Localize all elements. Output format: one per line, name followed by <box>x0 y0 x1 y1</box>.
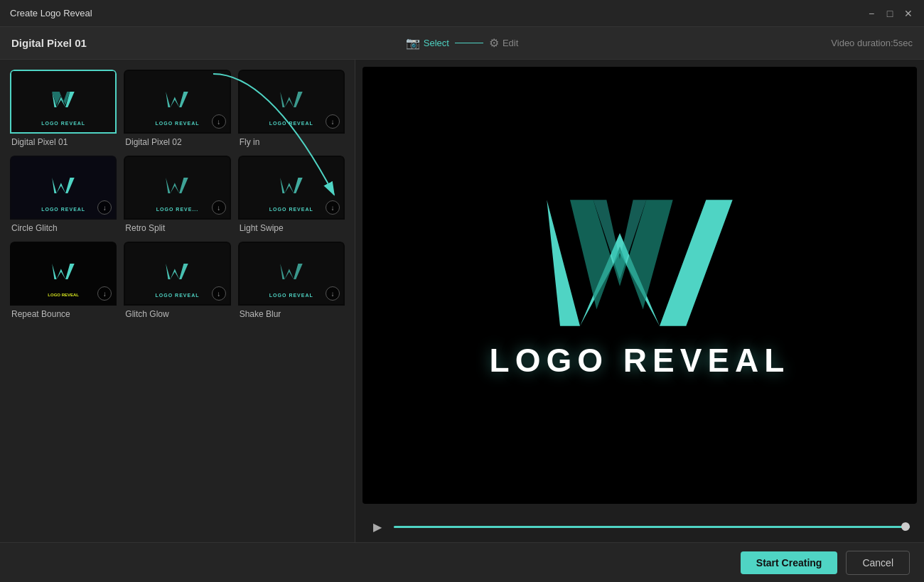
template-item-repeat-bounce[interactable]: LOGO REVEAL ↓ Repeat Bounce <box>10 242 117 320</box>
step-edit-label: Edit <box>503 38 518 48</box>
template-label-repeat-bounce: Repeat Bounce <box>10 306 117 320</box>
template-thumb-digital-pixel-01: LOGO REVEAL <box>10 70 117 134</box>
thumb-text: LOGO REVEAL <box>48 293 79 297</box>
template-label-circle-glitch: Circle Glitch <box>10 220 117 235</box>
template-item-digital-pixel-02[interactable]: LOGO REVEAL ↓ Digital Pixel 02 <box>124 70 230 149</box>
svg-marker-9 <box>280 264 302 279</box>
template-item-circle-glitch[interactable]: LOGO REVEAL ↓ Circle Glitch <box>10 156 117 235</box>
thumb-logo <box>240 250 343 293</box>
step-select-label: Select <box>424 38 449 48</box>
cancel-button[interactable]: Cancel <box>846 551 910 575</box>
close-button[interactable]: ✕ <box>903 8 914 19</box>
svg-marker-7 <box>52 264 74 279</box>
svg-marker-4 <box>52 178 74 193</box>
progress-handle[interactable] <box>901 522 910 531</box>
template-item-fly-in[interactable]: LOGO REVEAL ↓ Fly in <box>238 70 345 149</box>
template-thumb-repeat-bounce: LOGO REVEAL ↓ <box>10 242 117 306</box>
bottom-bar: Start Creating Cancel <box>0 542 924 582</box>
template-thumb-digital-pixel-02: LOGO REVEAL ↓ <box>124 70 230 134</box>
template-label-glitch-glow: Glitch Glow <box>124 306 230 320</box>
thumb-logo <box>11 78 115 121</box>
thumb-logo <box>240 164 343 207</box>
template-label-retro-split: Retro Split <box>124 220 230 235</box>
thumb-text: LOGO REVEAL <box>156 293 200 298</box>
title-bar: Create Logo Reveal − □ ✕ <box>0 0 924 27</box>
preview-logo-svg <box>540 192 739 334</box>
thumb-text: LOGO REVEAL <box>269 207 313 212</box>
thumb-logo <box>125 250 229 293</box>
thumb-text: LOGO REVEAL <box>41 121 85 126</box>
download-icon-light-swipe[interactable]: ↓ <box>326 200 340 215</box>
thumb-logo <box>11 250 115 293</box>
step-divider <box>455 43 483 43</box>
preview-logo-text: LOGO REVEAL <box>490 341 790 379</box>
download-icon-glitch-glow[interactable]: ↓ <box>212 286 226 301</box>
progress-track[interactable] <box>394 526 910 528</box>
step-indicator: 📷 Select ⚙ Edit <box>312 36 613 50</box>
thumb-text: LOGO REVEAL <box>156 121 200 126</box>
template-thumb-light-swipe: LOGO REVEAL ↓ <box>238 156 345 220</box>
header-row: Digital Pixel 01 📷 Select ⚙ Edit Video d… <box>0 27 924 60</box>
minimize-button[interactable]: − <box>866 8 877 19</box>
thumb-text: LOGO REVEAL <box>269 121 313 126</box>
window-title: Create Logo Reveal <box>10 8 92 18</box>
current-template-name: Digital Pixel 01 <box>11 37 312 49</box>
template-thumb-shake-blur: LOGO REVEAL ↓ <box>238 242 345 306</box>
svg-marker-3 <box>280 92 302 107</box>
template-thumb-glitch-glow: LOGO REVEAL ↓ <box>124 242 230 306</box>
edit-icon: ⚙ <box>489 36 499 50</box>
svg-marker-8 <box>166 264 188 279</box>
progress-fill <box>394 526 910 528</box>
download-icon-fly-in[interactable]: ↓ <box>326 114 340 129</box>
playback-bar: ▶ <box>355 511 924 542</box>
template-item-light-swipe[interactable]: LOGO REVEAL ↓ Light Swipe <box>238 156 345 235</box>
template-label-fly-in: Fly in <box>238 134 345 149</box>
main-content: LOGO REVEAL Digital Pixel 01 LOGO REVEAL <box>0 60 924 542</box>
template-thumb-circle-glitch: LOGO REVEAL ↓ <box>10 156 117 220</box>
step-edit[interactable]: ⚙ Edit <box>489 36 518 50</box>
window-controls: − □ ✕ <box>866 8 914 19</box>
template-label-digital-pixel-02: Digital Pixel 02 <box>124 134 230 149</box>
template-grid: LOGO REVEAL Digital Pixel 01 LOGO REVEAL <box>10 70 345 320</box>
svg-marker-6 <box>280 178 302 193</box>
thumb-logo <box>240 78 343 121</box>
download-icon-retro-split[interactable]: ↓ <box>212 200 226 215</box>
thumb-inner: LOGO REVEAL <box>11 71 115 132</box>
start-creating-button[interactable]: Start Creating <box>741 551 838 574</box>
thumb-logo <box>11 164 115 207</box>
template-thumb-fly-in: LOGO REVEAL ↓ <box>238 70 345 134</box>
svg-marker-2 <box>166 92 188 107</box>
template-thumb-retro-split: LOGO REVE... ↓ <box>124 156 230 220</box>
template-item-retro-split[interactable]: LOGO REVE... ↓ Retro Split <box>124 156 230 235</box>
download-icon-shake-blur[interactable]: ↓ <box>326 286 340 301</box>
step-select[interactable]: 📷 Select <box>406 36 449 50</box>
template-item-digital-pixel-01[interactable]: LOGO REVEAL Digital Pixel 01 <box>10 70 117 149</box>
template-label-shake-blur: Shake Blur <box>238 306 345 320</box>
template-item-shake-blur[interactable]: LOGO REVEAL ↓ Shake Blur <box>238 242 345 320</box>
thumb-logo <box>125 164 229 207</box>
template-label-digital-pixel-01: Digital Pixel 01 <box>10 134 117 149</box>
thumb-text: LOGO REVE... <box>156 207 198 212</box>
preview-panel: LOGO REVEAL ▶ <box>355 60 924 542</box>
template-label-light-swipe: Light Swipe <box>238 220 345 235</box>
video-duration: Video duration:5sec <box>612 38 913 48</box>
thumb-text: LOGO REVEAL <box>269 293 313 298</box>
download-icon-dp02[interactable]: ↓ <box>212 114 226 129</box>
template-item-glitch-glow[interactable]: LOGO REVEAL ↓ Glitch Glow <box>124 242 230 320</box>
play-button[interactable]: ▶ <box>370 519 385 534</box>
thumb-text: LOGO REVEAL <box>41 207 85 212</box>
svg-marker-5 <box>166 178 188 193</box>
template-panel: LOGO REVEAL Digital Pixel 01 LOGO REVEAL <box>0 60 355 542</box>
thumb-logo <box>125 78 229 121</box>
select-icon: 📷 <box>406 36 420 50</box>
maximize-button[interactable]: □ <box>884 8 896 19</box>
preview-area: LOGO REVEAL <box>362 67 917 504</box>
